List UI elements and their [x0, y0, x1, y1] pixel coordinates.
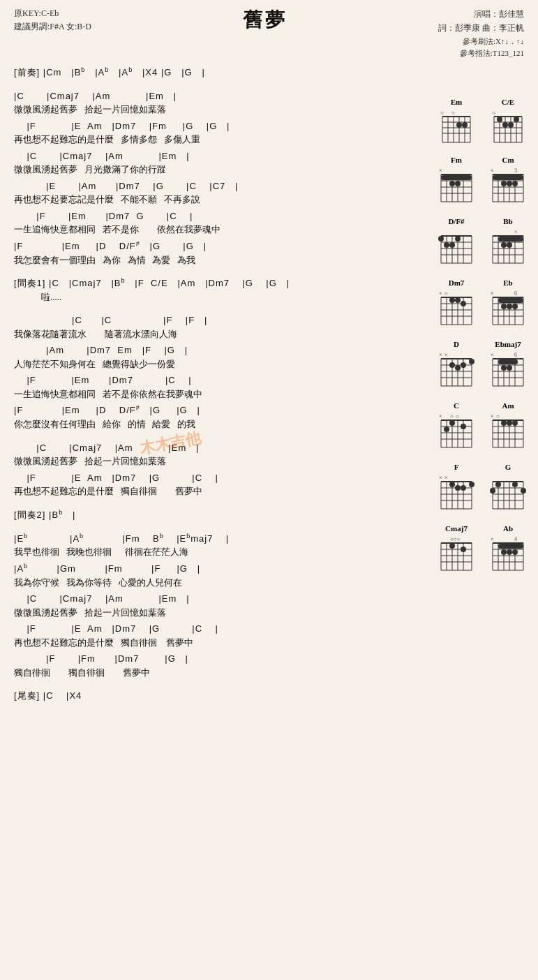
svg-point-29: [508, 122, 514, 128]
key-original: 原KEY:C-Eb: [14, 7, 91, 20]
v1-lyrics5: 一生追悔快意都相同 若不是你 依然在我夢魂中: [14, 223, 416, 237]
singer: 演唱：彭佳慧: [438, 7, 524, 21]
section-outro: [尾奏] |C |X4: [14, 689, 416, 703]
svg-text:×: ×: [491, 352, 494, 358]
svg-text:○: ○: [440, 110, 444, 116]
svg-point-139: [449, 362, 455, 368]
v1-chords5: |F |Em |Dm7 G |C |: [14, 209, 416, 223]
intro-label: [前奏]: [14, 67, 43, 77]
chord-cm: Cm × 3: [488, 156, 528, 210]
v2-chords3: |F |Em |Dm7 |C |: [14, 373, 416, 387]
svg-text:×: ×: [439, 475, 442, 481]
svg-point-174: [449, 420, 455, 426]
strum-pattern: 參考刷法:X↑↓．↑↓: [438, 36, 524, 48]
chord-f: F × ×: [436, 463, 477, 517]
ce-grid: ○: [491, 107, 525, 146]
section-v1-l6: |F |Em |D D/F# |G |G | 我怎麼會有一個理由 為你 為情 為…: [14, 239, 416, 267]
svg-point-107: [455, 297, 461, 303]
svg-point-91: [501, 242, 507, 248]
svg-text:3: 3: [514, 168, 517, 174]
chord-em: Em ○ ○: [436, 98, 477, 149]
v1-chords4: |E |Am |Dm7 |G |C |C7 |: [14, 179, 416, 193]
svg-point-125: [512, 304, 518, 309]
svg-text:6: 6: [514, 352, 517, 358]
f-grid: × ×: [438, 473, 476, 514]
chord-pair-df-bb: D/F#: [433, 217, 531, 272]
svg-point-252: [501, 549, 507, 555]
interlude1-chords: [間奏1] |C |Cmaj7 |Bb |F C/E |Am |Dm7 |G |…: [14, 276, 416, 290]
chord-df: D/F#: [436, 217, 477, 272]
svg-text:○: ○: [496, 413, 500, 420]
chord-ce: C/E ○: [488, 98, 528, 149]
svg-point-141: [461, 362, 466, 368]
svg-point-157: [501, 365, 507, 371]
v4-lyrics5: 獨自徘徊 獨自徘徊 舊夢中: [14, 666, 416, 680]
section-v2-l2: |Am |Dm7 Em |F |G | 人海茫茫不知身何在 總覺得缺少一份愛: [14, 343, 416, 371]
svg-point-222: [512, 482, 518, 487]
chord-diagrams: Em ○ ○: [433, 98, 531, 586]
df-grid: [438, 227, 476, 269]
svg-point-45: [455, 181, 461, 186]
v1-lyrics3: 微微風湧起舊夢 月光撒滿了你的行蹤: [14, 163, 416, 177]
interlude1-lyric: 啦.....: [14, 290, 416, 304]
v2-chords2: |Am |Dm7 Em |F |G |: [14, 343, 416, 357]
svg-point-206: [455, 485, 461, 491]
svg-point-173: [444, 426, 449, 432]
svg-text:○: ○: [444, 290, 448, 297]
svg-point-60: [501, 181, 507, 186]
v4-lyrics4: 再也想不起難忘的是什麼 獨自徘徊 舊夢中: [14, 636, 416, 650]
dm7-grid: × ○: [438, 288, 476, 330]
section-v1-l2: |F |E Am |Dm7 |Fm |G |G | 再也想不起難忘的是什麼 多情…: [14, 119, 416, 147]
chord-eb: Eb × 6: [488, 279, 528, 333]
v1-lyrics4: 再也想不起要忘記是什麼 不能不願 不再多說: [14, 193, 416, 207]
svg-rect-156: [498, 359, 518, 364]
v4-chords2: |Ab |Gm |Fm |F |G |: [14, 562, 416, 576]
svg-point-92: [507, 242, 512, 248]
svg-text:×: ×: [444, 475, 448, 481]
svg-text:×: ×: [439, 168, 442, 174]
title-area: 舊夢: [91, 7, 438, 60]
v1-lyrics1: 微微風湧起舊夢 拾起一片回憶如葉落: [14, 103, 416, 117]
cm-grid: × 3: [489, 165, 528, 207]
svg-point-13: [456, 122, 462, 128]
svg-rect-59: [493, 175, 523, 180]
ebmaj7-grid: × 6: [489, 350, 528, 392]
v2-lyrics2: 人海茫茫不知身何在 總覺得缺少一份愛: [14, 357, 416, 371]
chord-ebmaj7: Ebmaj7 × 6: [488, 340, 528, 394]
v4-lyrics3: 微微風湧起舊夢 拾起一片回憶如葉落: [14, 606, 416, 620]
svg-point-44: [449, 181, 455, 186]
svg-point-223: [521, 488, 526, 493]
v4-chords4: |F |E Am |Dm7 |G |C |: [14, 622, 416, 636]
svg-text:×: ×: [491, 413, 494, 420]
v3-lyrics1: 微微風湧起舊夢 拾起一片回憶如葉落: [14, 454, 416, 468]
section-v1-l1: |C |Cmaj7 |Am |Em | 微微風湧起舊夢 拾起一片回憶如葉落: [14, 89, 416, 117]
svg-point-14: [462, 122, 468, 128]
chord-pair-c-am: C × ○ ○: [433, 401, 531, 456]
svg-point-75: [444, 242, 449, 248]
svg-point-158: [507, 365, 512, 371]
key-info: 原KEY:C-Eb 建議男調:F#A 女:B-D: [14, 7, 91, 60]
svg-point-28: [502, 122, 508, 128]
svg-point-142: [469, 359, 475, 364]
svg-point-30: [514, 117, 519, 122]
svg-point-254: [512, 549, 518, 555]
v3-chords2: |F |E Am |Dm7 |G |C |: [14, 471, 416, 485]
v2-lyrics4: 你怎麼沒有任何理由 給你 的情 給愛 的我: [14, 417, 416, 431]
em-grid: ○ ○: [439, 107, 474, 146]
v4-lyrics2: 我為你守候 我為你等待 心愛的人兒何在: [14, 576, 416, 590]
chord-g: G: [488, 463, 528, 517]
svg-text:×: ×: [444, 352, 448, 358]
svg-point-205: [449, 482, 455, 487]
svg-point-236: [449, 543, 455, 549]
bb-grid: ×: [489, 227, 528, 269]
svg-text:×: ×: [491, 536, 494, 542]
section-v3-l1: |C |Cmaj7 |Am |Em | 微微風湧起舊夢 拾起一片回憶如葉落: [14, 441, 416, 468]
svg-text:×: ×: [491, 290, 494, 297]
svg-point-27: [497, 117, 502, 122]
svg-point-221: [495, 482, 501, 487]
v1-lyrics2: 再也想不起難忘的是什麼 多情多怨 多傷人重: [14, 133, 416, 147]
am-grid: × ○: [489, 411, 528, 453]
chord-dm7: Dm7 × ○: [436, 279, 477, 333]
svg-point-190: [507, 420, 512, 426]
chord-pair-em-ce: Em ○ ○: [433, 98, 531, 149]
